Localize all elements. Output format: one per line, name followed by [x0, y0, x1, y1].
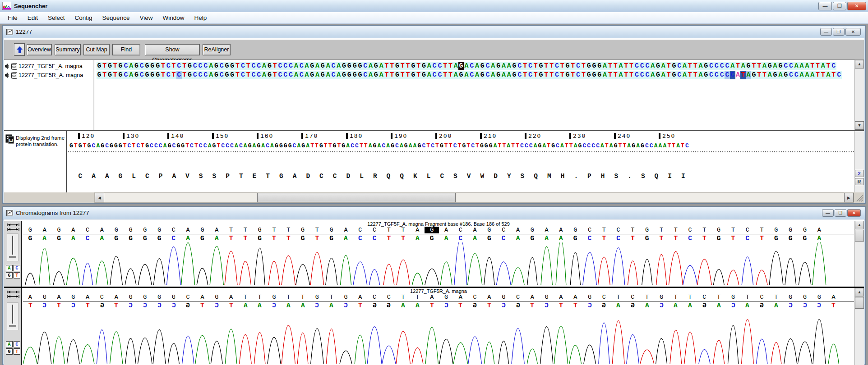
base-char[interactable]: T — [629, 71, 634, 79]
original-base-call[interactable]: C — [812, 302, 826, 309]
base-char[interactable]: G — [309, 62, 315, 70]
sequence-content[interactable]: GTGTGCAGCGGGTCTCTGCCCAGCGGTCTCCAGTCCCACA… — [97, 60, 854, 130]
consensus-base[interactable]: A — [408, 142, 413, 150]
consensus-base[interactable]: C — [471, 142, 475, 150]
base-char[interactable]: G — [538, 71, 544, 79]
consensus-base[interactable]: C — [221, 142, 225, 150]
original-base-call[interactable]: A — [66, 235, 80, 242]
base-char[interactable]: T — [171, 62, 176, 70]
base-char[interactable]: C — [645, 71, 650, 79]
base-char[interactable]: A — [618, 62, 623, 70]
base-char[interactable]: G — [357, 62, 363, 70]
base-char[interactable]: G — [267, 71, 272, 79]
original-base-call[interactable]: G — [23, 235, 37, 242]
original-base-call[interactable]: T — [453, 302, 468, 309]
original-base-call[interactable]: T — [23, 302, 37, 309]
vertical-scale-slider[interactable] — [7, 233, 18, 261]
base-char[interactable]: T — [389, 71, 395, 79]
base-call[interactable]: T — [683, 294, 697, 301]
consensus-base[interactable]: T — [131, 142, 136, 150]
base-call[interactable]: G — [124, 227, 138, 233]
consensus-base[interactable]: T — [194, 142, 199, 150]
base-char[interactable]: A — [208, 71, 214, 79]
consensus-base[interactable]: T — [457, 142, 462, 150]
base-char[interactable]: G — [118, 71, 123, 79]
consensus-base[interactable]: C — [158, 142, 163, 150]
base-char[interactable]: A — [325, 71, 331, 79]
consensus-base[interactable]: C — [421, 142, 426, 150]
base-char[interactable]: G — [480, 71, 485, 79]
consensus-base[interactable]: T — [680, 142, 685, 150]
base-char[interactable]: G — [187, 71, 193, 79]
base-char[interactable]: G — [309, 71, 315, 79]
base-char[interactable]: A — [698, 62, 703, 70]
original-base-call[interactable]: C — [683, 235, 697, 242]
base-call[interactable]: A — [66, 227, 80, 233]
base-call[interactable]: T — [755, 227, 769, 233]
base-char[interactable]: T — [272, 71, 277, 79]
base-char[interactable]: A — [735, 71, 741, 79]
original-base-call[interactable]: A — [640, 302, 654, 309]
consensus-base[interactable]: G — [212, 142, 217, 150]
original-base-call[interactable]: T — [109, 302, 124, 309]
base-char[interactable]: C — [576, 71, 581, 79]
scroll-thumb[interactable] — [855, 297, 864, 309]
base-char[interactable]: A — [746, 71, 751, 79]
base-char[interactable]: C — [485, 62, 490, 70]
base-call[interactable]: T — [711, 294, 726, 301]
base-call[interactable]: G — [66, 294, 80, 301]
base-call[interactable]: G — [138, 227, 152, 233]
base-char[interactable]: T — [533, 62, 538, 70]
consensus-base[interactable]: A — [676, 142, 680, 150]
read-label-row[interactable]: 12277_TGF5F_A. magna — [5, 62, 93, 71]
consensus-base[interactable]: G — [404, 142, 408, 150]
base-char[interactable]: T — [613, 62, 618, 70]
base-char[interactable]: G — [597, 71, 602, 79]
base-char[interactable]: G — [512, 62, 517, 70]
chromatogram-file-icon[interactable] — [11, 72, 17, 79]
base-call[interactable]: A — [425, 294, 439, 301]
original-base-call[interactable]: G — [755, 302, 769, 309]
original-base-call[interactable]: T — [482, 302, 497, 309]
menu-file[interactable]: File — [3, 13, 23, 23]
frame-button-2[interactable]: 2 — [855, 170, 863, 177]
consensus-base[interactable]: G — [489, 142, 493, 150]
base-char[interactable]: T — [559, 62, 565, 70]
find-button[interactable]: Find — [112, 44, 140, 55]
base-char[interactable]: T — [245, 71, 251, 79]
scroll-up-button[interactable]: ▲ — [855, 288, 864, 297]
base-char[interactable]: T — [613, 71, 618, 79]
original-base-call[interactable]: C — [611, 235, 626, 242]
base-char[interactable]: G — [373, 71, 379, 79]
contig-window-titlebar[interactable]: 12277 — ❒ ✕ — [3, 26, 865, 38]
original-base-call[interactable]: C — [496, 235, 511, 242]
original-base-call[interactable]: T — [195, 302, 210, 309]
base-call[interactable]: G — [482, 227, 497, 233]
base-call[interactable]: G — [726, 294, 740, 301]
base-char[interactable]: T — [405, 62, 411, 70]
consensus-sequence[interactable]: GTGTGCAGCGGGTCTCTGCCCAGCGGTCTCCAGTCCCACA… — [69, 142, 689, 150]
base-char[interactable]: C — [219, 71, 224, 79]
base-call[interactable]: G — [109, 227, 124, 233]
base-char[interactable]: C — [123, 62, 129, 70]
consensus-base[interactable]: C — [529, 142, 533, 150]
consensus-base[interactable]: T — [448, 142, 453, 150]
base-call[interactable]: T — [253, 294, 267, 301]
base-char[interactable]: T — [443, 62, 448, 70]
resize-grip[interactable] — [854, 192, 864, 203]
original-base-call[interactable]: C — [80, 235, 95, 242]
consensus-base[interactable]: G — [288, 142, 292, 150]
base-char[interactable]: A — [799, 62, 804, 70]
base-call[interactable]: C — [181, 294, 195, 301]
base-call[interactable]: C — [468, 294, 482, 301]
consensus-base[interactable]: G — [176, 142, 180, 150]
base-char[interactable]: A — [379, 62, 384, 70]
base-char[interactable]: G — [458, 71, 464, 79]
menu-help[interactable]: Help — [189, 13, 212, 23]
base-call[interactable]: T — [669, 294, 683, 301]
consensus-base[interactable]: G — [538, 142, 542, 150]
base-char[interactable]: C — [192, 71, 198, 79]
base-char[interactable]: C — [166, 62, 171, 70]
base-char[interactable]: G — [107, 62, 113, 70]
original-base-call[interactable]: A — [411, 235, 425, 242]
